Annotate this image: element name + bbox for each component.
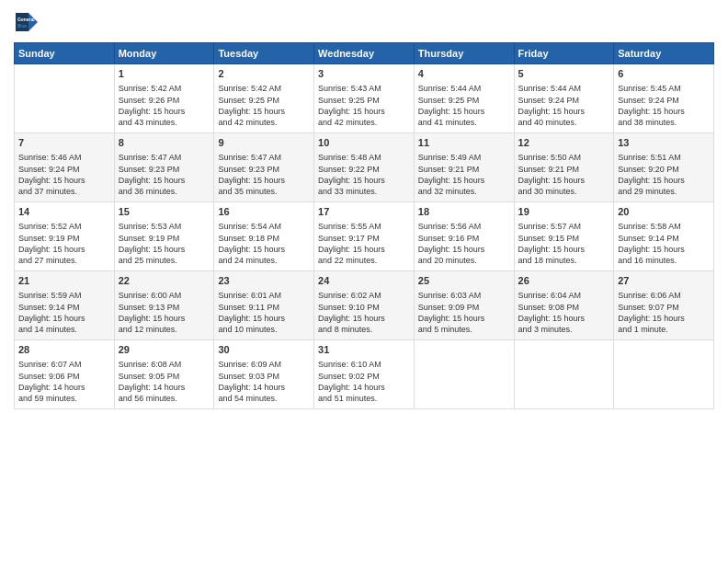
- column-header-friday: Friday: [514, 43, 614, 64]
- logo: General Blue: [14, 9, 43, 35]
- calendar-cell: 9Sunrise: 5:47 AM Sunset: 9:23 PM Daylig…: [214, 133, 314, 202]
- week-row-2: 7Sunrise: 5:46 AM Sunset: 9:24 PM Daylig…: [15, 133, 714, 202]
- calendar-cell: 14Sunrise: 5:52 AM Sunset: 9:19 PM Dayli…: [15, 202, 115, 271]
- week-row-3: 14Sunrise: 5:52 AM Sunset: 9:19 PM Dayli…: [15, 202, 714, 271]
- day-number: 5: [518, 67, 610, 81]
- day-info: Sunrise: 5:46 AM Sunset: 9:24 PM Dayligh…: [18, 152, 110, 197]
- calendar-table: SundayMondayTuesdayWednesdayThursdayFrid…: [14, 42, 714, 409]
- day-number: 22: [119, 274, 210, 288]
- calendar-cell: 16Sunrise: 5:54 AM Sunset: 9:18 PM Dayli…: [214, 202, 314, 271]
- calendar-cell: 3Sunrise: 5:43 AM Sunset: 9:25 PM Daylig…: [314, 64, 415, 133]
- calendar-cell: 11Sunrise: 5:49 AM Sunset: 9:21 PM Dayli…: [414, 133, 514, 202]
- day-info: Sunrise: 5:55 AM Sunset: 9:17 PM Dayligh…: [318, 221, 410, 266]
- calendar-cell: 26Sunrise: 6:04 AM Sunset: 9:08 PM Dayli…: [514, 271, 614, 340]
- calendar-cell: 19Sunrise: 5:57 AM Sunset: 9:15 PM Dayli…: [514, 202, 614, 271]
- day-info: Sunrise: 5:50 AM Sunset: 9:21 PM Dayligh…: [518, 152, 610, 197]
- day-number: 3: [318, 67, 410, 81]
- day-info: Sunrise: 5:48 AM Sunset: 9:22 PM Dayligh…: [318, 152, 410, 197]
- calendar-cell: [514, 340, 614, 409]
- day-info: Sunrise: 5:54 AM Sunset: 9:18 PM Dayligh…: [218, 221, 310, 266]
- day-info: Sunrise: 5:42 AM Sunset: 9:25 PM Dayligh…: [218, 83, 310, 128]
- day-info: Sunrise: 6:03 AM Sunset: 9:09 PM Dayligh…: [418, 290, 510, 335]
- calendar-cell: 25Sunrise: 6:03 AM Sunset: 9:09 PM Dayli…: [414, 271, 514, 340]
- calendar-cell: 12Sunrise: 5:50 AM Sunset: 9:21 PM Dayli…: [514, 133, 614, 202]
- day-info: Sunrise: 5:56 AM Sunset: 9:16 PM Dayligh…: [418, 221, 510, 266]
- day-number: 15: [119, 205, 210, 219]
- column-header-monday: Monday: [114, 43, 214, 64]
- svg-rect-2: [16, 13, 28, 31]
- day-info: Sunrise: 5:43 AM Sunset: 9:25 PM Dayligh…: [318, 83, 410, 128]
- calendar-cell: 24Sunrise: 6:02 AM Sunset: 9:10 PM Dayli…: [314, 271, 415, 340]
- column-header-thursday: Thursday: [414, 43, 514, 64]
- day-info: Sunrise: 5:49 AM Sunset: 9:21 PM Dayligh…: [418, 152, 510, 197]
- calendar-cell: 8Sunrise: 5:47 AM Sunset: 9:23 PM Daylig…: [114, 133, 214, 202]
- day-info: Sunrise: 5:51 AM Sunset: 9:20 PM Dayligh…: [618, 152, 710, 197]
- day-number: 10: [318, 136, 410, 150]
- day-number: 19: [518, 205, 610, 219]
- day-info: Sunrise: 6:00 AM Sunset: 9:13 PM Dayligh…: [119, 290, 210, 335]
- calendar-cell: 1Sunrise: 5:42 AM Sunset: 9:26 PM Daylig…: [114, 64, 214, 133]
- day-info: Sunrise: 5:44 AM Sunset: 9:24 PM Dayligh…: [518, 83, 610, 128]
- calendar-cell: 18Sunrise: 5:56 AM Sunset: 9:16 PM Dayli…: [414, 202, 514, 271]
- calendar-cell: 23Sunrise: 6:01 AM Sunset: 9:11 PM Dayli…: [214, 271, 314, 340]
- calendar-cell: 13Sunrise: 5:51 AM Sunset: 9:20 PM Dayli…: [614, 133, 714, 202]
- day-number: 6: [618, 67, 710, 81]
- day-info: Sunrise: 6:06 AM Sunset: 9:07 PM Dayligh…: [618, 290, 710, 335]
- day-info: Sunrise: 5:45 AM Sunset: 9:24 PM Dayligh…: [618, 83, 710, 128]
- day-info: Sunrise: 5:52 AM Sunset: 9:19 PM Dayligh…: [18, 221, 110, 266]
- svg-text:General: General: [17, 17, 35, 22]
- calendar-header: SundayMondayTuesdayWednesdayThursdayFrid…: [15, 43, 714, 64]
- day-info: Sunrise: 6:10 AM Sunset: 9:02 PM Dayligh…: [318, 359, 410, 404]
- day-number: 21: [18, 274, 110, 288]
- day-info: Sunrise: 6:04 AM Sunset: 9:08 PM Dayligh…: [518, 290, 610, 335]
- calendar-cell: 20Sunrise: 5:58 AM Sunset: 9:14 PM Dayli…: [614, 202, 714, 271]
- day-info: Sunrise: 5:59 AM Sunset: 9:14 PM Dayligh…: [18, 290, 110, 335]
- calendar-cell: 30Sunrise: 6:09 AM Sunset: 9:03 PM Dayli…: [214, 340, 314, 409]
- day-info: Sunrise: 6:08 AM Sunset: 9:05 PM Dayligh…: [119, 359, 210, 404]
- calendar-cell: 6Sunrise: 5:45 AM Sunset: 9:24 PM Daylig…: [614, 64, 714, 133]
- day-number: 31: [318, 343, 410, 357]
- day-info: Sunrise: 5:53 AM Sunset: 9:19 PM Dayligh…: [119, 221, 210, 266]
- day-number: 7: [18, 136, 110, 150]
- day-info: Sunrise: 5:44 AM Sunset: 9:25 PM Dayligh…: [418, 83, 510, 128]
- day-info: Sunrise: 5:42 AM Sunset: 9:26 PM Dayligh…: [119, 83, 210, 128]
- day-number: 8: [119, 136, 210, 150]
- week-row-5: 28Sunrise: 6:07 AM Sunset: 9:06 PM Dayli…: [15, 340, 714, 409]
- day-number: 24: [318, 274, 410, 288]
- day-number: 25: [418, 274, 510, 288]
- calendar-body: 1Sunrise: 5:42 AM Sunset: 9:26 PM Daylig…: [15, 64, 714, 409]
- day-number: 27: [618, 274, 710, 288]
- day-number: 18: [418, 205, 510, 219]
- day-number: 26: [518, 274, 610, 288]
- calendar-cell: 28Sunrise: 6:07 AM Sunset: 9:06 PM Dayli…: [15, 340, 115, 409]
- calendar-cell: 15Sunrise: 5:53 AM Sunset: 9:19 PM Dayli…: [114, 202, 214, 271]
- calendar-cell: 17Sunrise: 5:55 AM Sunset: 9:17 PM Dayli…: [314, 202, 415, 271]
- column-header-saturday: Saturday: [614, 43, 714, 64]
- column-header-sunday: Sunday: [15, 43, 115, 64]
- day-number: 30: [218, 343, 310, 357]
- calendar-cell: 10Sunrise: 5:48 AM Sunset: 9:22 PM Dayli…: [314, 133, 415, 202]
- calendar-cell: 2Sunrise: 5:42 AM Sunset: 9:25 PM Daylig…: [214, 64, 314, 133]
- week-row-4: 21Sunrise: 5:59 AM Sunset: 9:14 PM Dayli…: [15, 271, 714, 340]
- day-number: 9: [218, 136, 310, 150]
- calendar-cell: [614, 340, 714, 409]
- week-row-1: 1Sunrise: 5:42 AM Sunset: 9:26 PM Daylig…: [15, 64, 714, 133]
- day-number: 16: [218, 205, 310, 219]
- day-info: Sunrise: 6:02 AM Sunset: 9:10 PM Dayligh…: [318, 290, 410, 335]
- day-info: Sunrise: 5:47 AM Sunset: 9:23 PM Dayligh…: [218, 152, 310, 197]
- day-number: 23: [218, 274, 310, 288]
- day-number: 1: [119, 67, 210, 81]
- svg-text:Blue: Blue: [17, 23, 27, 29]
- day-number: 14: [18, 205, 110, 219]
- day-number: 11: [418, 136, 510, 150]
- calendar-cell: 22Sunrise: 6:00 AM Sunset: 9:13 PM Dayli…: [114, 271, 214, 340]
- calendar-cell: 5Sunrise: 5:44 AM Sunset: 9:24 PM Daylig…: [514, 64, 614, 133]
- day-number: 13: [618, 136, 710, 150]
- day-number: 12: [518, 136, 610, 150]
- column-header-wednesday: Wednesday: [314, 43, 415, 64]
- calendar-cell: 29Sunrise: 6:08 AM Sunset: 9:05 PM Dayli…: [114, 340, 214, 409]
- day-number: 29: [119, 343, 210, 357]
- header-row: SundayMondayTuesdayWednesdayThursdayFrid…: [15, 43, 714, 64]
- calendar-cell: 27Sunrise: 6:06 AM Sunset: 9:07 PM Dayli…: [614, 271, 714, 340]
- day-info: Sunrise: 6:09 AM Sunset: 9:03 PM Dayligh…: [218, 359, 310, 404]
